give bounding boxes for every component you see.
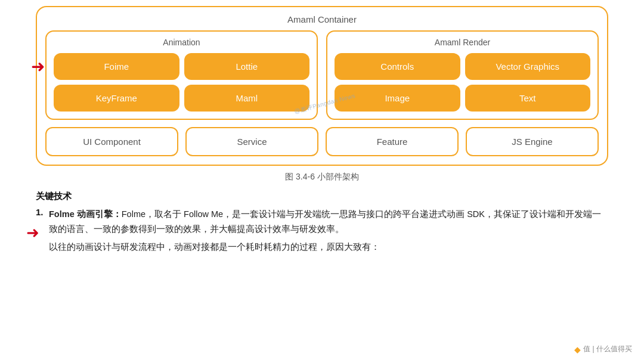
- controls-label: Controls: [380, 61, 414, 72]
- diagram-section: Amaml Container Animation ➜ Foime Lottie: [0, 0, 644, 166]
- text-arrow-icon: ➜: [26, 224, 39, 242]
- maml-button[interactable]: Maml: [184, 85, 310, 112]
- animation-box: Animation ➜ Foime Lottie KeyFrame: [45, 30, 318, 120]
- service-button[interactable]: Service: [185, 127, 318, 156]
- foime-label: Foime: [104, 61, 129, 72]
- render-grid: Controls Vector Graphics Image Text: [335, 53, 590, 112]
- item-content-1: Folme 动画引擎：Folme，取名于 Follow Me，是一套设计端与开发…: [49, 209, 601, 234]
- keyframe-button[interactable]: KeyFrame: [54, 85, 179, 112]
- diamond-icon: ◆: [574, 345, 581, 354]
- text-button[interactable]: Text: [465, 85, 591, 112]
- inner-row: Animation ➜ Foime Lottie KeyFrame: [45, 30, 599, 120]
- image-button[interactable]: Image: [335, 85, 460, 112]
- lottie-label: Lottie: [236, 61, 258, 72]
- lottie-button[interactable]: Lottie: [184, 53, 310, 80]
- keyframe-label: KeyFrame: [96, 93, 137, 103]
- image-label: Image: [385, 93, 410, 103]
- keyword-title: 关键技术: [36, 191, 608, 202]
- js-engine-label: JS Engine: [512, 137, 552, 147]
- bottom-row: UI Component Service Feature JS Engine: [45, 127, 599, 156]
- js-engine-button[interactable]: JS Engine: [466, 127, 599, 156]
- vector-graphics-button[interactable]: Vector Graphics: [465, 53, 591, 80]
- page-wrapper: Amaml Container Animation ➜ Foime Lottie: [0, 0, 644, 359]
- text-item-1: 1. ➜ Folme 动画引擎：Folme，取名于 Follow Me，是一套设…: [36, 207, 608, 236]
- feature-button[interactable]: Feature: [326, 127, 459, 156]
- footer-text: 值 | 什么值得买: [583, 344, 632, 354]
- service-label: Service: [237, 137, 267, 147]
- feature-label: Feature: [377, 137, 408, 147]
- ui-component-button[interactable]: UI Component: [45, 127, 178, 156]
- maml-label: Maml: [236, 93, 258, 103]
- item-bold-1: Folme 动画引擎：: [49, 209, 122, 219]
- amaml-container-box: Amaml Container Animation ➜ Foime Lottie: [36, 6, 608, 166]
- animation-grid: ➜ Foime Lottie KeyFrame Maml: [54, 53, 309, 112]
- amaml-container-label: Amaml Container: [45, 14, 599, 24]
- item-continuation-1: 以往的动画设计与研发流程中，动画对接都是一个耗时耗精力的过程，原因大致有：: [36, 240, 608, 255]
- ui-component-label: UI Component: [83, 137, 141, 147]
- text-label: Text: [519, 93, 536, 103]
- animation-label: Animation: [54, 38, 309, 47]
- foime-arrow-icon: ➜: [31, 58, 45, 75]
- amaml-render-label: Amaml Render: [335, 38, 590, 47]
- footer-watermark: ◆ 值 | 什么值得买: [574, 344, 632, 354]
- amaml-render-box: Amaml Render Controls Vector Graphics Im…: [326, 30, 599, 120]
- text-section: 关键技术 1. ➜ Folme 动画引擎：Folme，取名于 Follow Me…: [0, 191, 644, 255]
- vector-graphics-label: Vector Graphics: [496, 61, 559, 72]
- item-number-1: 1.: [36, 207, 47, 217]
- controls-button[interactable]: Controls: [335, 53, 460, 80]
- diagram-caption: 图 3.4-6 小部件架构: [0, 172, 644, 182]
- foime-button[interactable]: ➜ Foime: [54, 53, 179, 80]
